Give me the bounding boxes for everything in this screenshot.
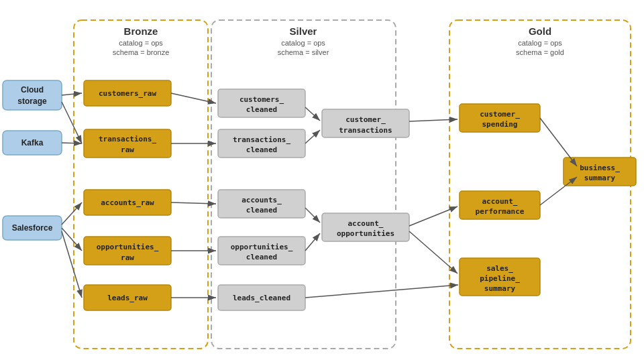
node-account-performance-label1: account_ [482,197,518,206]
node-cloud-storage-label2: storage [17,97,47,106]
node-transactions-raw-label1: transactions_ [99,135,156,143]
node-account-opportunities-label1: account_ [348,219,384,228]
node-customer-transactions-label2: transactions [339,126,392,135]
arrow-transcleaned-custtrans [305,130,320,143]
zone-silver-title: Silver [290,25,317,37]
zone-bronze-sub2: schema = bronze [113,48,170,56]
zone-bronze-title: Bronze [124,25,158,37]
zone-gold-sub1: catalog = ops [518,39,562,47]
arrow-accopp-salespipe [409,231,458,274]
arrow-leadscleaned-salespipe [305,285,458,298]
diagram-container: Bronze catalog = ops schema = bronze Sil… [0,0,644,362]
arrow-salesforce-opportunities [62,228,82,251]
node-accounts-raw-label: accounts_raw [101,198,154,207]
zone-gold-sub2: schema = gold [516,48,564,56]
arrow-salesforce-accounts [62,202,82,225]
node-accounts-cleaned-label2: cleaned [246,206,277,215]
arrow-custspend-bizsummary [540,118,577,166]
arrow-accperf-bizsummary [540,177,577,205]
node-customer-spending-label2: spending [482,120,518,129]
node-sales-pipeline-label2: pipeline_ [480,274,520,283]
arrow-oppcleaned-accopp [305,233,320,251]
arrow-kafka-transactions [62,143,82,143]
node-opportunities-raw-label1: opportunities_ [97,243,159,251]
node-transactions-cleaned-label1: transactions_ [233,135,290,144]
node-customer-spending-label1: customer_ [480,110,520,119]
node-accounts-cleaned-label1: accounts_ [241,196,282,204]
arrow-accraw-acccleaned [171,202,216,204]
main-svg: Bronze catalog = ops schema = bronze Sil… [0,0,644,362]
node-customers-cleaned-label2: cleaned [246,105,277,114]
node-transactions-raw-label2: raw [121,145,134,154]
zone-bronze-sub1: catalog = ops [119,39,163,47]
node-customers-cleaned-label1: customers_ [239,95,284,104]
arrow-accopp-accperf [409,206,458,226]
node-sales-pipeline-label3: summary [484,284,516,293]
zone-silver-sub1: catalog = ops [281,39,325,47]
node-customers-raw-label: customers_raw [99,89,156,98]
arrow-cloud-transactions [62,102,82,143]
node-opportunities-cleaned-label1: opportunities_ [231,243,293,251]
zone-gold-title: Gold [529,25,551,37]
node-kafka-label: Kafka [21,138,44,147]
node-transactions-cleaned-label2: cleaned [246,145,277,154]
node-leads-cleaned-label: leads_cleaned [233,294,290,302]
node-account-performance-label2: performance [476,207,525,216]
node-business-summary-label2: summary [584,174,616,182]
node-account-opportunities-label2: opportunities [337,229,394,238]
arrow-salesforce-leads [62,231,82,298]
node-opportunities-raw-label2: raw [121,253,134,262]
node-salesforce-label: Salesforce [12,223,53,233]
node-leads-raw-label: leads_raw [107,294,148,302]
zone-silver-sub2: schema = silver [278,48,329,56]
arrow-cloud-customers [62,93,82,95]
arrow-acccleaned-accopp [305,208,320,223]
node-cloud-storage-label: Cloud [21,85,44,95]
arrow-custraw-custcleaned [171,93,216,103]
node-sales-pipeline-label1: sales_ [486,264,513,273]
arrow-custtrans-custspend [409,119,458,121]
node-business-summary-label1: business_ [580,164,620,172]
node-customer-transactions-label1: customer_ [345,115,386,124]
arrow-custcleaned-custtrans [305,107,320,121]
node-opportunities-cleaned-label2: cleaned [246,253,277,261]
